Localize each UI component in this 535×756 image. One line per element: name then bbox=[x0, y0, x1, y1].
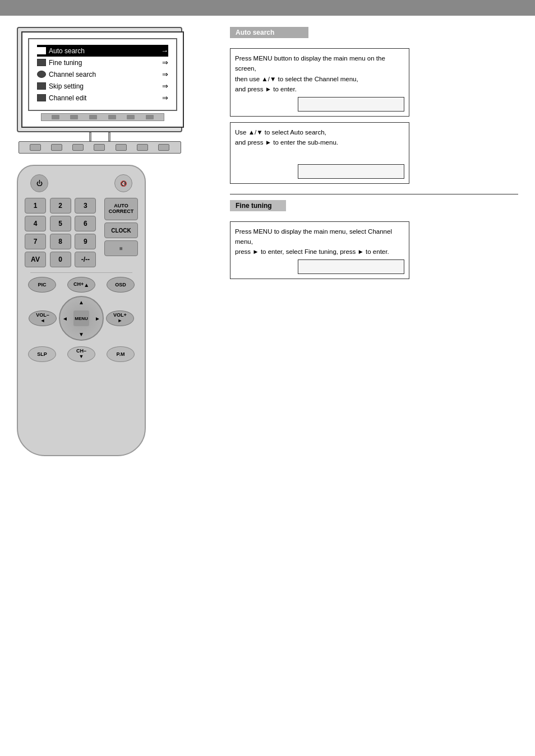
remote-bottom-row: SLP CH–▼ P.M bbox=[28, 346, 135, 362]
menu-arrow-ch: ⇒ bbox=[162, 70, 168, 78]
tv-control-btn-3 bbox=[89, 115, 97, 119]
menu-label-channel-search: Channel search bbox=[49, 71, 160, 78]
header-bar bbox=[0, 0, 535, 16]
btn-8[interactable]: 8 bbox=[50, 234, 71, 249]
stand-foot-6 bbox=[137, 144, 148, 151]
menu-arrow-auto: → bbox=[161, 47, 168, 55]
menu-button[interactable]: MENU bbox=[73, 310, 89, 326]
auto-search-icon bbox=[37, 47, 46, 54]
btn-3[interactable]: 3 bbox=[75, 198, 96, 214]
menu-label-channel-edit: Channel edit bbox=[49, 94, 160, 102]
stand-foot-2 bbox=[51, 144, 62, 151]
info-box-3-button bbox=[298, 259, 404, 274]
tv-control-btn-6 bbox=[146, 115, 154, 119]
stand-foot-4 bbox=[94, 144, 105, 151]
btn-2[interactable]: 2 bbox=[50, 198, 71, 214]
left-column: Auto search → Fine tuning ⇒ Channel sear… bbox=[17, 27, 207, 456]
tv-control-btn-2 bbox=[70, 115, 78, 119]
tv-control-btn-1 bbox=[52, 115, 59, 119]
power-icon: ⏻ bbox=[36, 180, 43, 187]
info-box-2: Use ▲/▼ to select Auto search, and press… bbox=[230, 122, 409, 184]
ch-plus-button[interactable]: CH+▲ bbox=[67, 277, 95, 293]
fine-tuning-section-label: Fine tuning bbox=[230, 200, 518, 216]
vol-plus-button[interactable]: VOL+► bbox=[106, 310, 134, 326]
remote-num-area: 1 2 3 4 5 6 7 8 9 AV 0 -/-- AUTOCORRECT … bbox=[25, 198, 138, 267]
btn-av[interactable]: AV bbox=[25, 252, 46, 267]
menu-item-channel-search: Channel search ⇒ bbox=[37, 68, 168, 80]
main-content: Auto search → Fine tuning ⇒ Channel sear… bbox=[0, 27, 535, 456]
nav-ring: ▲ ▼ ◄ ► MENU bbox=[59, 296, 104, 341]
tv-control-btn-4 bbox=[108, 115, 116, 119]
menu-arrow-fine: ⇒ bbox=[162, 58, 168, 67]
btn-1[interactable]: 1 bbox=[25, 198, 46, 214]
remote-pic-row: PIC CH+▲ OSD bbox=[28, 277, 135, 293]
neck-left bbox=[89, 132, 91, 141]
btn-6[interactable]: 6 bbox=[75, 216, 96, 231]
tv-monitor: Auto search → Fine tuning ⇒ Channel sear… bbox=[21, 31, 184, 128]
ch-minus-button[interactable]: CH–▼ bbox=[67, 346, 95, 362]
channel-search-icon bbox=[37, 71, 46, 78]
tv-stand-area bbox=[17, 132, 182, 154]
remote-divider bbox=[30, 272, 132, 273]
btn-4[interactable]: 4 bbox=[25, 216, 46, 231]
right-column: Auto search Press MENU button to display… bbox=[219, 27, 518, 456]
info-box-2-button bbox=[298, 164, 404, 179]
menu-item-fine-tuning: Fine tuning ⇒ bbox=[37, 57, 168, 68]
tv-control-btn-5 bbox=[127, 115, 135, 119]
neck-right bbox=[108, 132, 110, 141]
tv-screen: Auto search → Fine tuning ⇒ Channel sear… bbox=[28, 38, 177, 111]
vol-minus-button[interactable]: VOL–◄ bbox=[29, 310, 57, 326]
power-button[interactable]: ⏻ bbox=[30, 174, 48, 192]
pm-button[interactable]: P.M bbox=[107, 346, 135, 362]
menu-item-skip-setting: Skip setting ⇒ bbox=[37, 80, 168, 92]
stand-foot-3 bbox=[72, 144, 84, 151]
remote-right-buttons: AUTOCORRECT CLOCK ≡ bbox=[104, 198, 138, 267]
remote-nav-ring: ▲ ▼ ◄ ► MENU bbox=[59, 296, 104, 341]
fine-tuning-icon bbox=[37, 59, 46, 66]
pic-button[interactable]: PIC bbox=[28, 277, 56, 293]
tv-neck bbox=[72, 132, 128, 141]
auto-correct-button[interactable]: AUTOCORRECT bbox=[104, 198, 138, 220]
fine-tuning-label: Fine tuning bbox=[230, 200, 286, 211]
remote-top-row: ⏻ 🔇 bbox=[25, 174, 138, 192]
btn-9[interactable]: 9 bbox=[75, 234, 96, 249]
info-box-1-text: Press MENU button to display the main me… bbox=[235, 53, 404, 95]
remote-num-grid: 1 2 3 4 5 6 7 8 9 AV 0 -/-- bbox=[25, 198, 98, 267]
slp-button[interactable]: SLP bbox=[28, 346, 56, 362]
tv-outer: Auto search → Fine tuning ⇒ Channel sear… bbox=[17, 27, 182, 132]
info-box-3: Press MENU to display the main menu, sel… bbox=[230, 221, 409, 279]
btn-7[interactable]: 7 bbox=[25, 234, 46, 249]
btn-5[interactable]: 5 bbox=[50, 216, 71, 231]
info-box-3-text: Press MENU to display the main menu, sel… bbox=[235, 226, 404, 257]
nav-left-arrow: ◄ bbox=[62, 316, 68, 322]
skip-setting-icon bbox=[37, 82, 46, 90]
btn-dash[interactable]: -/-- bbox=[75, 252, 96, 267]
info-box-1-button bbox=[298, 97, 404, 112]
remote-control: ⏻ 🔇 1 2 3 4 5 6 7 8 9 AV bbox=[17, 165, 146, 456]
clock-button[interactable]: CLOCK bbox=[104, 222, 138, 238]
info-box-1: Press MENU button to display the main me… bbox=[230, 48, 409, 117]
source-button[interactable]: ≡ bbox=[104, 240, 138, 256]
menu-arrow-skip: ⇒ bbox=[162, 82, 168, 90]
stand-foot-1 bbox=[30, 144, 41, 151]
auto-search-section-label: Auto search bbox=[230, 27, 518, 43]
menu-label-fine-tuning: Fine tuning bbox=[49, 59, 160, 67]
nav-up-arrow: ▲ bbox=[79, 299, 84, 305]
menu-arrow-edit: ⇒ bbox=[162, 94, 168, 102]
btn-0[interactable]: 0 bbox=[50, 252, 71, 267]
nav-down-arrow: ▼ bbox=[79, 331, 84, 337]
nav-right-arrow: ► bbox=[95, 316, 100, 322]
menu-label-skip-setting: Skip setting bbox=[49, 82, 160, 90]
osd-button[interactable]: OSD bbox=[107, 277, 135, 293]
mute-button[interactable]: 🔇 bbox=[114, 174, 132, 192]
tv-bottom-controls bbox=[41, 113, 164, 121]
menu-item-channel-edit: Channel edit ⇒ bbox=[37, 92, 168, 104]
mute-icon: 🔇 bbox=[120, 180, 127, 187]
section-divider bbox=[230, 194, 518, 194]
remote-nav-area: VOL–◄ ▲ ▼ ◄ ► MENU VOL+► bbox=[29, 296, 134, 341]
info-box-2-text: Use ▲/▼ to select Auto search, and press… bbox=[235, 127, 404, 148]
menu-item-auto-search: Auto search → bbox=[37, 45, 168, 57]
tv-stand bbox=[19, 141, 181, 154]
auto-search-label: Auto search bbox=[230, 27, 308, 38]
stand-foot-7 bbox=[158, 144, 169, 151]
